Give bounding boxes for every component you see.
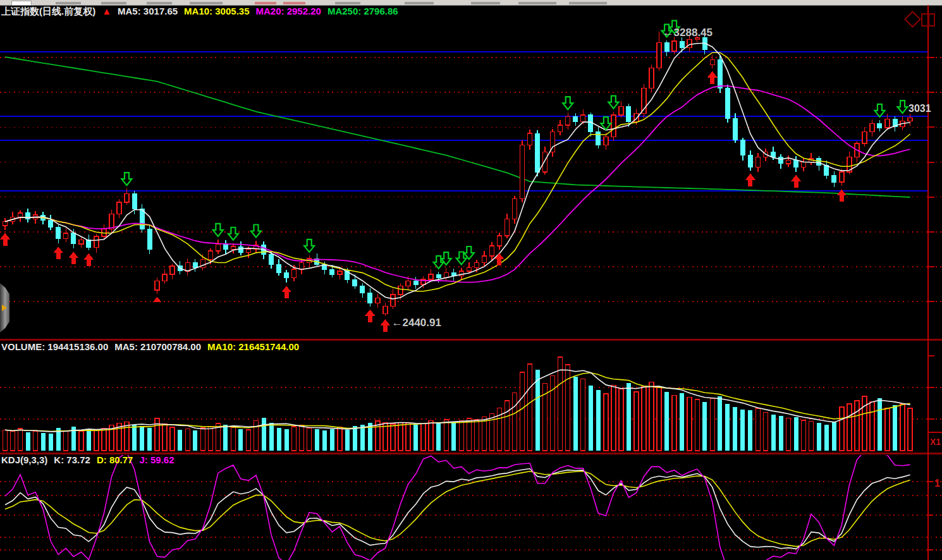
trend-up-icon: ▲ — [102, 6, 111, 16]
ma5-value: MA5: 3017.65 — [118, 6, 178, 16]
kdj-d: D: 80.77 — [97, 454, 133, 465]
kdj-scale-label: 1 — [934, 478, 942, 489]
main-chart-header: 上证指数(日线.前复权)▲MA5: 3017.65MA10: 3005.35MA… — [1, 6, 405, 18]
svg-text:←2440.91: ←2440.91 — [392, 317, 441, 329]
ma250-value: MA250: 2796.86 — [327, 6, 398, 16]
last-price-label: 3031 — [908, 103, 931, 114]
symbol-title: 上证指数(日线.前复权) — [1, 6, 95, 16]
kdj-j: J: 59.62 — [139, 454, 174, 465]
kdj-label: KDJ(9,3,3) — [1, 454, 47, 465]
kdj-k: K: 73.72 — [54, 454, 90, 465]
trading-terminal-window: { "header": { "title": "上证指数(日线.前复权)", "… — [0, 0, 942, 560]
volume-scale-label: X1 — [930, 437, 941, 447]
volume-ma5: MA5: 210700784.00 — [114, 341, 201, 352]
volume-header: VOLUME: 194415136.00MA5: 210700784.00MA1… — [1, 341, 305, 352]
ma20-value: MA20: 2952.20 — [256, 6, 321, 16]
ma10-value: MA10: 3005.35 — [184, 6, 249, 16]
volume-value: VOLUME: 194415136.00 — [1, 341, 108, 352]
split-window-icon[interactable] — [921, 13, 935, 27]
chart-canvas[interactable]: ←3288.45←2440.91 — [0, 0, 942, 560]
svg-text:←3288.45: ←3288.45 — [663, 27, 713, 39]
expand-arrow-icon — [2, 305, 7, 311]
volume-ma10: MA10: 216451744.00 — [207, 341, 299, 352]
kdj-header: KDJ(9,3,3)K: 73.72D: 80.77J: 59.62 — [1, 454, 181, 465]
